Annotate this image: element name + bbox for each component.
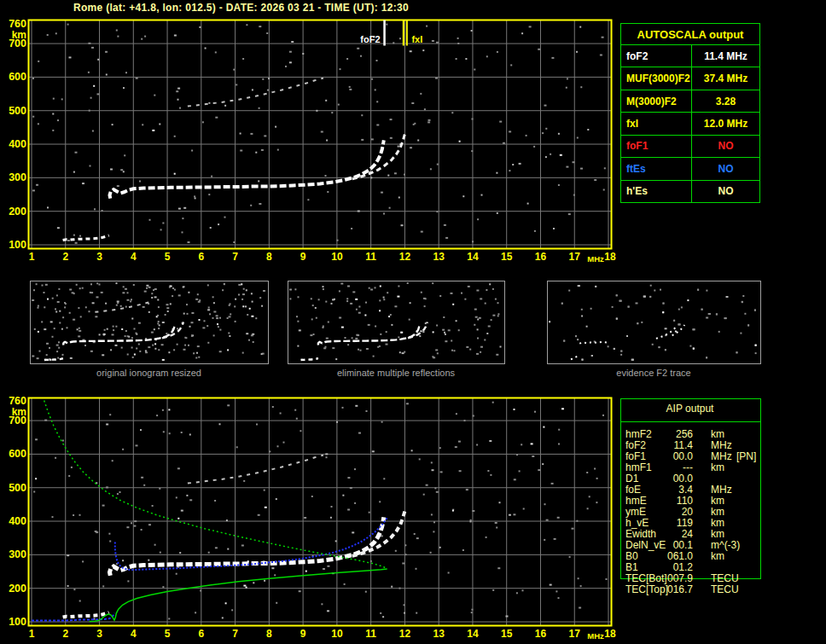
plot-border [29,20,612,249]
x-tick-label: 9 [300,628,306,640]
autoscala-param-label: MUF(3000)F2 [621,67,692,89]
aip-param-note: [PN] [736,451,756,462]
y-tick-label: 600 [9,71,26,83]
top-ionogram-plot: 123456789101112131415161718MHz7607006005… [9,18,616,264]
x-tick-label: 16 [535,251,547,263]
y-tick-label: 500 [9,482,26,494]
thumbnail-eliminate-reflections [288,281,505,364]
x-tick-label: 18 [604,628,616,640]
y-tick-label: 200 [9,206,26,218]
aip-row-tectop: TEC[Top]016.7TECU [625,584,759,595]
thumbnail-caption-eliminate: eliminate multiple reflections [288,368,504,380]
autoscala-param-value: 37.4 MHz [692,67,759,89]
x-tick-label: 3 [96,251,102,263]
aip-param-unit: km [711,462,724,473]
x-tick-label: 14 [467,628,479,640]
x-tick-label: 10 [331,628,343,640]
y-axis-unit-label: km [12,406,26,418]
aip-param-label: TEC[Top] [625,584,668,595]
x-axis-unit-label: MHz [587,254,604,264]
autoscala-param-value: 3.28 [692,90,759,112]
y-tick-label: 100 [9,239,26,251]
x-tick-label: 15 [501,251,513,263]
aip-panel-header: AIP output [620,403,759,415]
thumbnail-original-ionogram [31,281,269,364]
x-tick-label: 1 [29,628,35,640]
trace-F2-trace-ordinary [110,140,384,198]
y-tick-label: 300 [9,171,26,183]
x-tick-label: 7 [232,251,238,263]
x-tick-label: 6 [198,251,204,263]
x-tick-label: 12 [399,251,411,263]
y-tick-label: 760 [9,18,26,30]
thumbnail-caption-evidence: evidence F2 trace [547,368,760,380]
x-tick-label: 18 [604,251,616,263]
y-axis-unit-label: km [12,29,26,41]
x-tick-label: 7 [232,628,238,640]
autoscala-param-label: M(3000)F2 [621,90,692,112]
plot-border [29,398,612,626]
autoscala-application-window: 123456789101112131415161718MHz7607006005… [0,0,826,644]
trace-profile-topside [44,401,387,569]
autoscala-param-value: 11.4 MHz [692,45,759,67]
page-title: Rome (lat: +41.8, lon: 012.5) - DATE: 20… [73,2,409,14]
autoscala-param-value: 12.0 MHz [692,113,759,134]
y-tick-label: 400 [9,138,26,150]
trace-E-trace [63,235,109,241]
y-tick-label: 400 [9,515,26,527]
x-tick-label: 13 [433,251,445,263]
autoscala-param-label: h'Es [621,181,692,202]
trace-scaled-trace-F [115,518,387,570]
autoscala-param-value: NO [692,181,759,202]
x-tick-label: 8 [266,251,272,263]
x-tick-label: 8 [266,628,272,640]
x-tick-label: 2 [62,251,68,263]
x-tick-label: 13 [433,628,445,640]
autoscala-row-ftes: ftEsNO [621,157,759,179]
marker-fxI: fxI [404,20,422,46]
autoscala-row-muf3000f2: MUF(3000)F237.4 MHz [621,67,759,89]
autoscala-row-m3000f2: M(3000)F23.28 [621,90,759,112]
y-tick-label: 500 [9,105,26,117]
trace-E-trace [63,612,109,618]
x-tick-label: 5 [165,251,171,263]
y-tick-label: 200 [9,583,26,595]
x-tick-label: 3 [96,628,102,640]
autoscala-param-value: NO [692,158,759,179]
x-tick-label: 9 [300,251,306,263]
aip-rows: hmF2256kmfoF211.4MHzfoF100.0MHz[PN]hmF1-… [625,429,759,595]
x-tick-label: 2 [62,628,68,640]
x-tick-label: 1 [29,251,35,263]
x-tick-label: 10 [331,251,343,263]
marker-label: fxI [411,34,422,44]
bottom-ionogram-plot: 123456789101112131415161718MHz7607006005… [9,395,616,641]
marker-label: foF2 [360,34,380,44]
trace-F2-trace-ordinary [110,517,384,575]
x-tick-label: 4 [131,251,137,263]
autoscala-param-label: foF2 [621,45,692,67]
y-tick-label: 300 [9,548,26,560]
x-tick-label: 16 [535,628,547,640]
autoscala-row-fof1: foF1NO [621,135,759,157]
autoscala-row-hes: h'EsNO [621,180,759,202]
x-tick-label: 11 [365,628,376,640]
y-tick-label: 100 [9,616,26,628]
x-tick-label: 12 [399,628,411,640]
x-tick-label: 14 [467,251,479,263]
x-tick-label: 11 [365,251,376,263]
autoscala-panel-header: AUTOSCALA output [621,24,759,44]
aip-param-unit: km [711,551,724,562]
autoscala-param-label: foF1 [621,136,692,157]
x-tick-label: 15 [501,628,513,640]
x-tick-label: 17 [569,251,581,263]
autoscala-param-label: fxI [621,113,692,134]
thumbnail-evidence-f2-trace [548,281,761,364]
autoscala-param-value: NO [692,136,759,157]
x-tick-label: 6 [198,628,204,640]
y-tick-label: 600 [9,448,26,460]
marker-foF2: foF2 [360,20,384,46]
x-tick-label: 4 [131,628,137,640]
aip-param-value: 016.7 [667,584,693,595]
x-tick-label: 17 [569,628,581,640]
x-tick-label: 5 [165,628,171,640]
